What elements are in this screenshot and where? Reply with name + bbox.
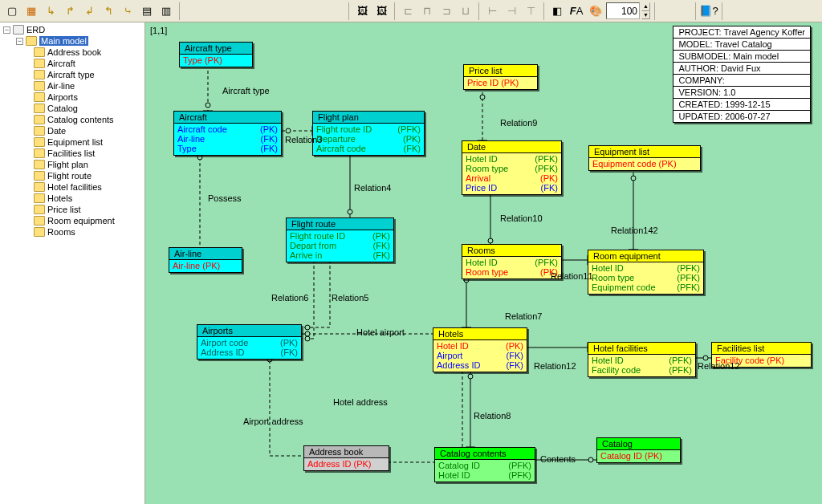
tool-rel5[interactable]: ⤷ — [119, 2, 136, 20]
tree-item[interactable]: Equipment list — [2, 136, 143, 148]
align-center[interactable]: ⊓ — [418, 2, 436, 20]
entity-hotel-facilities[interactable]: Hotel facilities Hotel ID(PFK) Facility … — [588, 342, 696, 377]
tool-rel2[interactable]: ↱ — [61, 2, 79, 20]
tree-item-label: Catalog contents — [47, 115, 114, 124]
folder-icon — [34, 205, 45, 214]
tree-item[interactable]: Catalog contents — [2, 114, 143, 125]
tree-root[interactable]: − ERD — [2, 24, 143, 35]
distrib-1[interactable]: ⊢ — [483, 2, 501, 20]
tree-item[interactable]: Rooms — [2, 226, 143, 238]
collapse-icon[interactable]: − — [3, 26, 10, 34]
align-misc[interactable]: ⊔ — [457, 2, 474, 20]
svg-point-4 — [286, 128, 291, 133]
tree-item[interactable]: Aircraft — [2, 58, 143, 69]
tree-item[interactable]: Flight plan — [2, 159, 143, 170]
font-tool[interactable]: FA — [568, 2, 585, 20]
tree-item[interactable]: Airports — [2, 91, 143, 103]
entity-flight-route[interactable]: Flight route Flight route ID(PK) Depart … — [286, 217, 394, 262]
entity-date[interactable]: Date Hotel ID(PFK) Room type(PFK) Arriva… — [462, 140, 562, 195]
svg-point-30 — [480, 95, 485, 100]
meta-updated: UPDATED: 2006-07-27 — [673, 111, 810, 122]
folder-icon — [34, 182, 45, 192]
svg-point-10 — [348, 209, 352, 214]
tree-item-label: Date — [47, 126, 66, 136]
collapse-icon[interactable]: − — [16, 38, 23, 45]
tree-item[interactable]: Address book — [2, 47, 143, 58]
entity-aircraft-type[interactable]: Aircraft type Type (PK) — [179, 42, 253, 67]
tree-item[interactable]: Flight route — [2, 170, 143, 181]
align-right[interactable]: ⊐ — [437, 2, 455, 20]
svg-point-45 — [468, 374, 473, 379]
help-tool[interactable]: 📘? — [700, 2, 718, 20]
svg-point-48 — [588, 457, 593, 462]
toolbar: ▢ ▦ ↳ ↱ ↲ ↰ ⤷ ▤ ▥ 🖼 🖼 ⊏ ⊓ ⊐ ⊔ ⊢ ⊣ ⊤ ◧ FA… — [0, 0, 822, 22]
distrib-3[interactable]: ⊤ — [522, 2, 539, 20]
entity-hotels[interactable]: Hotels Hotel ID(PK) Airport(FK) Address … — [433, 327, 527, 372]
rel-6: Relation6 — [271, 293, 308, 303]
tree-item[interactable]: Price list — [2, 204, 143, 215]
image-tool1[interactable]: 🖼 — [353, 2, 371, 20]
tool-grid[interactable]: ▥ — [157, 2, 175, 20]
tree-item[interactable]: Air-line — [2, 80, 143, 91]
entity-price-list[interactable]: Price list Price ID (PK) — [463, 64, 538, 90]
entity-address-book[interactable]: Address book Address ID (PK) — [303, 445, 389, 471]
rel-12b: Relation12 — [698, 361, 740, 371]
folder-icon — [34, 92, 45, 102]
zoom-spinner[interactable]: ▲▼ — [641, 2, 650, 19]
model-tree[interactable]: − ERD − Main model Address bookAircraftA… — [0, 22, 145, 504]
svg-point-27 — [488, 238, 493, 243]
folder-icon — [34, 137, 45, 147]
svg-point-1 — [206, 103, 210, 108]
tree-item[interactable]: Room equipment — [2, 215, 143, 226]
entity-catalog[interactable]: Catalog Catalog ID (PK) — [596, 437, 681, 463]
zoom-input[interactable] — [606, 2, 640, 19]
entity-airports[interactable]: Airports Airport code(PK) Address ID(FK) — [197, 324, 302, 360]
image-tool2[interactable]: 🖼 — [372, 2, 390, 20]
entity-catalog-contents[interactable]: Catalog contents Catalog ID(PFK) Hotel I… — [434, 447, 535, 482]
distrib-2[interactable]: ⊣ — [503, 2, 520, 20]
rel-9: Relation9 — [500, 118, 537, 128]
tree-item-label: Facilities list — [47, 148, 95, 158]
tool-rel4[interactable]: ↰ — [100, 2, 117, 20]
folder-icon — [34, 193, 45, 203]
model-metadata: PROJECT: Travel Agency Koffer MODEL: Tra… — [673, 26, 811, 123]
rel-airport-address: Airport address — [243, 417, 303, 426]
folder-icon — [34, 126, 45, 136]
rel-10: Relation10 — [500, 213, 543, 223]
svg-point-13 — [305, 325, 310, 330]
tree-item-label: Flight route — [47, 171, 92, 181]
entity-airline[interactable]: Air-line Air-line (PK) — [169, 247, 242, 273]
rel-3: Relation3 — [285, 135, 322, 144]
tool-rel1[interactable]: ↳ — [42, 2, 59, 20]
tool-arrow[interactable]: ▢ — [3, 2, 21, 20]
entity-room-equipment[interactable]: Room equipment Hotel ID(PFK) Room type(P… — [588, 250, 704, 295]
rel-8: Relation8 — [474, 411, 511, 421]
folder-icon — [34, 115, 45, 124]
tree-item-label: Catalog — [47, 104, 78, 113]
tool-rel3[interactable]: ↲ — [80, 2, 98, 20]
color-tool[interactable]: 🎨 — [587, 2, 604, 20]
tree-item[interactable]: Hotel facilities — [2, 181, 143, 193]
tree-item[interactable]: Facilities list — [2, 148, 143, 159]
rel-11: Relation11 — [551, 271, 593, 281]
entity-rooms[interactable]: Rooms Hotel ID(PFK) Room type(PK) — [462, 244, 562, 279]
erd-canvas[interactable]: [1,1] PROJECT: Travel Agency Koffer MODE… — [145, 22, 822, 504]
meta-model: MODEL: Travel Catalog — [673, 39, 810, 51]
entity-flight-plan[interactable]: Flight plan Flight route ID(PFK) Departu… — [312, 111, 425, 156]
entity-equipment-list[interactable]: Equipment list Equipment code (PK) — [588, 145, 701, 171]
folder-icon — [34, 227, 45, 237]
entity-aircraft[interactable]: Aircraft Aircraft code(PK) Air-line(FK) … — [173, 111, 282, 156]
align-left[interactable]: ⊏ — [399, 2, 417, 20]
display-1[interactable]: ◧ — [548, 2, 566, 20]
meta-project: PROJECT: Travel Agency Koffer — [673, 26, 810, 39]
tool-note[interactable]: ▤ — [138, 2, 156, 20]
meta-version: VERSION: 1.0 — [673, 87, 810, 99]
tree-item[interactable]: Hotels — [2, 193, 143, 204]
tree-item-label: Price list — [47, 205, 81, 214]
tree-item[interactable]: Date — [2, 125, 143, 136]
tree-main-model[interactable]: − Main model — [2, 35, 143, 47]
tree-item[interactable]: Aircraft type — [2, 69, 143, 80]
cursor-coord: [1,1] — [150, 26, 167, 35]
tree-item[interactable]: Catalog — [2, 103, 143, 114]
tool-table[interactable]: ▦ — [22, 2, 40, 20]
